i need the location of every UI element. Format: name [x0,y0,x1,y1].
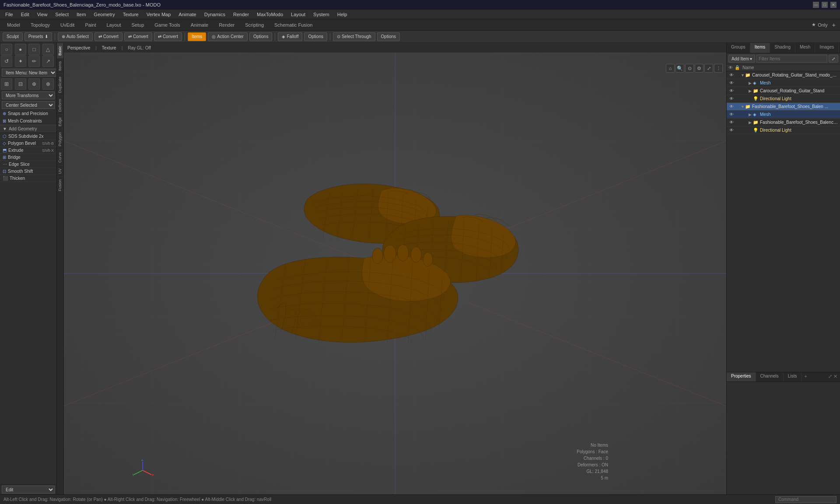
tab-items[interactable]: Items [750,43,770,53]
tab-uvedit[interactable]: UvEdit [55,21,80,29]
expand-6[interactable]: ▶ [749,112,753,117]
convert-button-2[interactable]: ⇄ Convert [124,32,152,41]
add-tab-button[interactable]: + [830,21,838,29]
vtab-curve[interactable]: Curve [57,149,63,165]
menu-maxtomodo[interactable]: MaxToModo [253,11,287,18]
viewport[interactable]: Perspective | Texture | Ray GL: Off [64,43,726,494]
expand-5[interactable]: ▼ [741,105,745,109]
maximize-button[interactable]: □ [822,2,828,8]
vp-more-button[interactable]: ⋮ [714,64,723,73]
vp-home-button[interactable]: ⌂ [666,64,675,73]
edge-slice-button[interactable]: ⋯ Edge Slice [0,161,56,168]
tree-row-mesh-1[interactable]: 👁 ▶ ◈ Mesh [727,79,840,87]
vis-icon-1[interactable]: 👁 [728,73,735,77]
thicken-button[interactable]: ⬛ Thicken [0,175,56,182]
tab-layout[interactable]: Layout [102,21,126,29]
tab-model[interactable]: Model [2,21,25,29]
tab-paint[interactable]: Paint [80,21,101,29]
tool-rect[interactable]: □ [28,44,40,55]
vtab-duplicate[interactable]: Duplicate [57,74,63,96]
auto-select-button[interactable]: ⊕ Auto Select [58,32,93,41]
tab-groups[interactable]: Groups [727,43,750,53]
menu-animate[interactable]: Animate [175,11,200,18]
tree-row-light-2[interactable]: 👁 💡 Directional Light [727,126,840,134]
tool-sphere[interactable]: ● [15,44,26,55]
menu-item[interactable]: Item [73,11,89,18]
polygon-bevel-button[interactable]: ◇ Polygon Bevel Shift-B [0,140,56,147]
tab-scripting[interactable]: Scripting [240,21,269,29]
tab-setup[interactable]: Setup [126,21,150,29]
rb-add-tab-button[interactable]: + [802,372,809,382]
more-transforms-dropdown[interactable]: More Transforms [2,91,55,99]
menu-vertexmap[interactable]: Vertex Map [143,11,175,18]
items-expand-button[interactable]: ⤢ [829,55,838,63]
tree-row-carousel-sub[interactable]: 👁 ▶ 📁 Carousel_Rotating_Guitar_Stand [727,87,840,95]
menu-edit[interactable]: Edit [18,11,33,18]
viewport-canvas[interactable]: ⌂ 🔍 ⊙ ⚙ ⤢ ⋮ No Items Polygons : Face Cha… [64,52,726,494]
sds-subdivide-button[interactable]: ⬡ SDS Subdivide 2x [0,133,56,140]
vtab-fusion[interactable]: Fusion [57,176,63,194]
vis-icon-5[interactable]: 👁 [728,104,735,109]
vtab-polygon[interactable]: Polygon [57,129,63,149]
vp-settings-button[interactable]: ⚙ [695,64,704,73]
item-menu-dropdown[interactable]: Item Menu: New Item [2,69,57,77]
tool-arrow[interactable]: ↗ [42,56,54,67]
tree-row-mesh-2[interactable]: 👁 ▶ ◈ Mesh [727,111,840,119]
tool-star[interactable]: ✦ [15,56,26,67]
mesh-constraints-button[interactable]: ⊠ Mesh Constraints [0,117,56,125]
tool-circle[interactable]: ○ [1,44,12,55]
expand-3[interactable]: ▶ [749,89,753,93]
menu-layout[interactable]: Layout [287,11,309,18]
items-button[interactable]: Items [188,32,206,41]
vp-zoom-button[interactable]: 🔍 [676,64,684,73]
tab-schematic[interactable]: Schematic Fusion [269,21,318,29]
vis-icon-8[interactable]: 👁 [728,128,735,133]
menu-help[interactable]: Help [334,11,351,18]
tool-b[interactable]: ⊟ [15,78,26,90]
select-through-button[interactable]: ⊙ Select Through [333,32,375,41]
menu-select[interactable]: Select [52,11,72,18]
tool-d[interactable]: ⊗ [42,78,54,90]
menu-dynamics[interactable]: Dynamics [201,11,229,18]
center-selected-dropdown[interactable]: Center Selected [2,101,55,109]
tool-triangle[interactable]: △ [42,44,54,55]
menu-geometry[interactable]: Geometry [90,11,118,18]
action-center-button[interactable]: ◎ Action Center [208,32,248,41]
tab-mesh[interactable]: Mesh [795,43,815,53]
expand-7[interactable]: ▶ [749,120,753,125]
tree-row-light-1[interactable]: 👁 💡 Directional Light [727,95,840,103]
options-button-2[interactable]: Options [304,32,327,41]
add-geo-expand[interactable]: ▼ [3,126,7,131]
filter-items-input[interactable] [756,55,827,63]
command-input[interactable] [775,496,836,503]
vis-icon-7[interactable]: 👁 [728,120,735,125]
tab-topology[interactable]: Topology [25,21,55,29]
tool-rotate[interactable]: ↺ [1,56,12,67]
vis-icon-6[interactable]: 👁 [728,112,735,117]
tree-row-carousel-root[interactable]: 👁 ▼ 📁 Carousel_Rotating_Guitar_Stand_mod… [727,71,840,79]
tree-row-shoes-sub[interactable]: 👁 ▶ 📁 Fashionable_Barefoot_Shoes_Balenci… [727,119,840,126]
tab-animate[interactable]: Animate [186,21,214,29]
close-button[interactable]: ✕ [830,2,836,8]
minimize-button[interactable]: — [813,2,819,8]
vtab-basic[interactable]: Basic [57,43,63,58]
rb-tab-properties[interactable]: Properties [727,372,756,382]
vtab-uv[interactable]: UV [57,165,63,177]
vp-expand-button[interactable]: ⤢ [704,64,713,73]
tab-shading[interactable]: Shading [770,43,795,53]
edit-dropdown[interactable]: Edit [2,486,55,494]
falloff-button[interactable]: ◈ Falloff [278,32,302,41]
rb-tab-lists[interactable]: Lists [784,372,802,382]
vtab-deform[interactable]: Deform [57,96,63,115]
tool-a[interactable]: ⊞ [1,78,12,90]
rb-tab-channels[interactable]: Channels [756,372,784,382]
vtab-edge[interactable]: Edge [57,114,63,129]
vis-icon-4[interactable]: 👁 [728,96,735,101]
add-item-button[interactable]: Add Item ▾ [728,55,755,63]
menu-view[interactable]: View [34,11,51,18]
bridge-button[interactable]: ⊞ Bridge [0,154,56,161]
tool-c[interactable]: ⊕ [28,78,40,90]
convert-button-3[interactable]: ⇄ Convert [154,32,182,41]
menu-render[interactable]: Render [230,11,252,18]
vtab-items[interactable]: Items [57,58,63,74]
